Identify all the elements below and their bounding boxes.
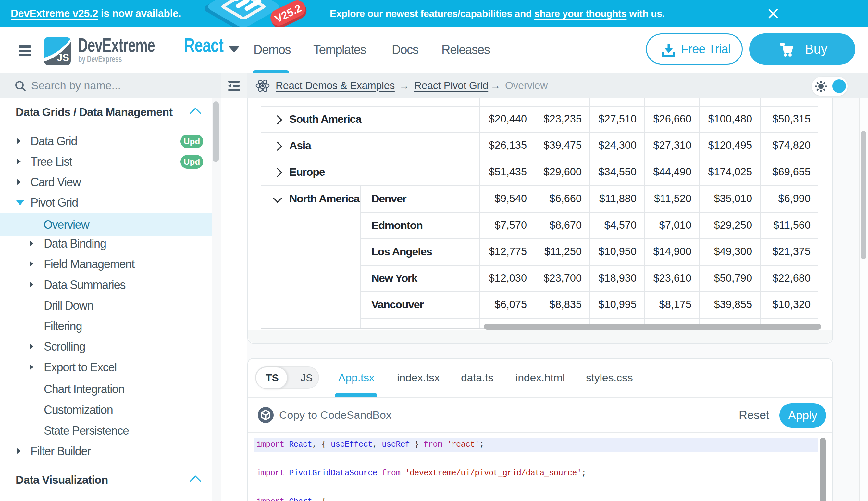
svg-text:JS: JS — [57, 52, 69, 63]
